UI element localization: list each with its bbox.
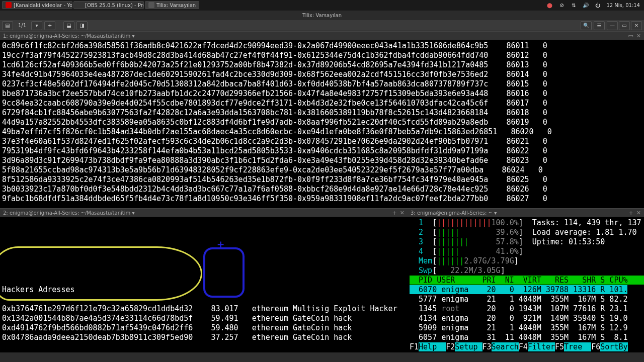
- pane-3-title[interactable]: 3: enigma@enigma-All-Series: ~ ▾: [411, 210, 629, 216]
- pane-2-title[interactable]: 2: enigma@enigma-All-Series: ~/Masaüstü/…: [3, 210, 392, 216]
- terminal-pane-2: 2: enigma@enigma-All-Series: ~/Masaüstü/…: [0, 208, 408, 352]
- terminal-3-htop[interactable]: 1 [||||||||||||100.0%] Tasks: 114, 439 t…: [408, 217, 644, 352]
- tilix-toolbar: ▤ 1/1 ▾ + ⬓ ◨ 🔍 ☰ — ▭ ✕: [0, 20, 644, 31]
- terminal-pane-1: 1: enigma@enigma-All-Series: ~/Masaüstü/…: [0, 31, 644, 208]
- menu-button[interactable]: ☰: [594, 21, 605, 30]
- clock[interactable]: 12 Nis, 01:14: [606, 3, 640, 8]
- window-title-text: Tilix: Varsayılan: [302, 13, 342, 18]
- sidebar-toggle-button[interactable]: ▤: [2, 21, 13, 30]
- prev-button[interactable]: ▾: [31, 21, 42, 30]
- split-down-button[interactable]: ⬓: [63, 21, 74, 30]
- network-icon[interactable]: ⇅: [570, 2, 577, 9]
- pane-close-icon[interactable]: ✕: [400, 210, 405, 216]
- no-notification-icon[interactable]: ⊘: [558, 2, 565, 9]
- minimize-button[interactable]: —: [607, 21, 618, 30]
- terminal-pane-3: 3: enigma@enigma-All-Series: ~ ▾ + ✕ 1 […: [408, 208, 644, 352]
- close-button[interactable]: ✕: [631, 21, 642, 30]
- maximize-button[interactable]: ▭: [619, 21, 630, 30]
- search-button[interactable]: 🔍: [581, 21, 592, 30]
- system-tray: ⬤ ⊘ ⇅ 🔊 ⏻ 12 Nis, 01:14: [546, 2, 642, 9]
- terminal-1-output[interactable]: 0c89c6f1fc82cbf2d6a398d58561f36adb8c0421…: [0, 40, 644, 208]
- pane-maximize-icon[interactable]: ▭: [628, 33, 633, 39]
- pane-3-titlebar: 3: enigma@enigma-All-Series: ~ ▾ + ✕: [408, 208, 644, 217]
- pane-add-icon[interactable]: +: [629, 210, 633, 216]
- terminal-2-output[interactable]: + Hackers Adresses 0xb3764761e297d6f121e…: [0, 217, 408, 352]
- volume-icon[interactable]: 🔊: [582, 2, 589, 9]
- pane-add-icon[interactable]: +: [392, 210, 397, 216]
- taskbar: [Kanaldaki videolar - YouTub...[OBS 25.0…: [2, 1, 545, 9]
- annotation-crosshair: +: [217, 239, 224, 249]
- pane-2-titlebar: 2: enigma@enigma-All-Series: ~/Masaüstü/…: [0, 208, 408, 217]
- add-terminal-button[interactable]: +: [44, 21, 55, 30]
- pane-close-icon[interactable]: ✕: [636, 33, 641, 39]
- pane-close-icon[interactable]: ✕: [636, 210, 641, 216]
- split-right-button[interactable]: ◨: [76, 21, 88, 30]
- task-button[interactable]: [Kanaldaki videolar - YouTub...: [2, 1, 72, 9]
- page-indicator: 1/1: [15, 23, 29, 28]
- task-button[interactable]: [OBS 25.0.5 (linux) - Profil: İsi...: [73, 1, 144, 9]
- power-icon[interactable]: ⏻: [594, 2, 601, 9]
- pane-1-title[interactable]: 1: enigma@enigma-All-Series: ~/Masaüstü/…: [3, 33, 628, 39]
- task-button[interactable]: Tilix: Varsayılan: [145, 1, 199, 9]
- window-titlebar: Tilix: Varsayılan: [0, 10, 644, 20]
- gnome-top-panel: [Kanaldaki videolar - YouTub...[OBS 25.0…: [0, 0, 644, 10]
- pane-1-titlebar: 1: enigma@enigma-All-Series: ~/Masaüstü/…: [0, 31, 644, 40]
- record-icon[interactable]: ⬤: [546, 2, 553, 9]
